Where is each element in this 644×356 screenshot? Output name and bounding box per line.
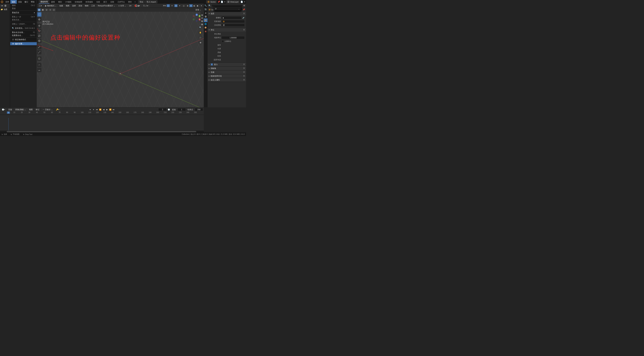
viewlayer-pill[interactable]: 🖼 ViewLayer <box>226 0 240 3</box>
options-icon[interactable]: ⚙ <box>243 4 245 7</box>
tool-measure[interactable] <box>37 50 42 55</box>
display-mode-icon[interactable]: 🖼 <box>4 4 7 7</box>
workspace-tab[interactable]: 几何节点 <box>116 0 126 4</box>
properties-search-input[interactable] <box>212 4 243 7</box>
timeline-tracks[interactable] <box>0 115 204 133</box>
snap-dropdown[interactable]: 🧲 ▦▾ <box>133 4 141 7</box>
menu-edit[interactable]: 编辑 <box>10 0 17 4</box>
tool-add-cube[interactable]: + <box>37 56 42 61</box>
select-mode-4[interactable]: ⧈ <box>48 8 52 11</box>
end-frame-field[interactable]: 250 <box>195 108 203 111</box>
ptab-render[interactable]: 📷 <box>204 7 208 11</box>
menu-window[interactable]: 窗口 <box>23 0 30 4</box>
tool-extra-2[interactable] <box>37 68 42 72</box>
section-gravity-header[interactable]: ▸✓重力⠿ <box>208 63 246 66</box>
shading-wireframe[interactable]: ⊞ <box>186 4 189 7</box>
import-button[interactable]: 导入 Import <box>145 0 158 3</box>
ntab-item[interactable]: 项目 <box>200 12 204 14</box>
menu-lock-object-mode[interactable]: ☑锁定物体模式 <box>10 38 37 41</box>
menu-file[interactable]: 文件 <box>4 0 10 4</box>
workspace-tab[interactable]: 后期 <box>109 0 116 4</box>
options-dropdown[interactable]: 选项 ⌄ <box>194 8 202 11</box>
select-mode-5[interactable]: ◫ <box>52 8 56 11</box>
header-add[interactable]: 添加 <box>78 4 83 7</box>
ptab-texture[interactable]: ▦ <box>204 29 208 33</box>
header-view[interactable]: 视图 <box>65 4 70 7</box>
select-mode-1[interactable]: ▣ <box>38 8 41 11</box>
mode-dropdown[interactable]: ◧ 物体模式 ⌄ <box>44 4 58 7</box>
ntab-view[interactable]: 视图 <box>200 18 204 20</box>
ntab-edit[interactable]: 编辑 <box>200 21 204 23</box>
add-workspace[interactable]: + <box>134 0 136 4</box>
view-menu[interactable]: 视图 <box>28 108 34 111</box>
start-frame-field[interactable]: 1 <box>178 108 186 111</box>
workspace-tab[interactable]: 建模 <box>50 0 56 4</box>
jump-prev-keyframe[interactable]: ⏪ <box>99 108 102 111</box>
tool-select-box[interactable] <box>37 12 42 17</box>
select-mode-2[interactable]: ▦ <box>41 8 44 11</box>
pin-icon[interactable]: 📌 <box>243 8 245 11</box>
blender-logo[interactable] <box>0 0 4 4</box>
scene-pill[interactable]: 🔆 Scene <box>206 0 217 3</box>
orientation-dropdown[interactable]: ⚹ 全局 ⌄ <box>117 4 127 7</box>
visibility-dropdown[interactable]: 👁▾ <box>163 4 166 7</box>
ptab-viewlayer[interactable]: 🖼 <box>204 15 208 18</box>
workspace-tab[interactable]: 绘制贴图 <box>73 0 84 4</box>
keying-dropdown[interactable]: 抠像(插帧) ⌄ <box>14 108 27 111</box>
workspace-tab[interactable]: 雕刻 <box>56 0 64 4</box>
keyframe-type[interactable]: 🔑▾ <box>55 108 60 111</box>
shading-rendered[interactable]: ◉ <box>196 4 199 7</box>
menu-help[interactable]: 帮助 <box>30 0 36 4</box>
clip-field[interactable]: 🎬 <box>222 24 245 27</box>
tool-extra-1[interactable] <box>37 63 42 67</box>
play-reverse[interactable]: ◀ <box>102 108 105 111</box>
marker-menu[interactable]: 标记 <box>35 108 40 111</box>
clock-icon[interactable]: 🕐 <box>167 108 170 111</box>
current-frame-field[interactable]: 2 <box>158 108 167 111</box>
unit-scale-field[interactable]: 1.000000 <box>222 36 245 39</box>
shading-material[interactable]: ◐ <box>192 4 196 7</box>
section-units-header[interactable]: ▾单位⠿ <box>208 28 246 32</box>
perspective-icon[interactable]: ⊞ <box>198 40 202 44</box>
pan-icon[interactable]: ✋ <box>198 30 202 34</box>
gizmo-toggle[interactable]: ⬡ <box>166 4 170 7</box>
workspace-tab[interactable]: 展示 <box>102 0 109 4</box>
header-tools[interactable]: 工具 <box>90 4 96 7</box>
export-button[interactable]: 导出 <box>138 0 145 3</box>
eyedropper-icon[interactable]: 💉 <box>242 17 245 19</box>
close-icon[interactable]: ✕ <box>224 1 226 3</box>
section-scene-header[interactable]: ▾场景⠿ <box>208 12 246 15</box>
playhead-frame[interactable]: 2 <box>7 112 10 114</box>
view3d-area[interactable]: 用户正交 (2) Collection <box>37 12 204 107</box>
retopoflow-dropdown[interactable]: RetopoFlow重拓扑 ⌄ <box>96 4 116 7</box>
separate-units-check[interactable] <box>222 40 224 42</box>
gizmo-dropdown[interactable]: ▾ <box>170 4 174 7</box>
nav-gizmo[interactable]: Z Y X <box>192 13 202 23</box>
section-custom-header[interactable]: ▸自定义属性⠿ <box>208 78 246 82</box>
overlay-toggle[interactable]: ⊕ <box>174 4 178 7</box>
shading-dropdown[interactable]: ▾ <box>200 4 203 7</box>
autokey-toggle[interactable]: ● <box>89 108 92 111</box>
workspace-tab[interactable]: UV编辑 <box>64 0 73 4</box>
jump-start[interactable]: ⏮ <box>96 108 98 111</box>
overlay-dropdown[interactable]: ▾ <box>178 4 182 7</box>
editor-type-dropdown[interactable]: ⬛▾ <box>38 4 43 7</box>
pivot-dropdown[interactable]: ⊙▾ <box>128 4 133 7</box>
ptab-collection[interactable]: 📦 <box>204 26 208 29</box>
zoom-icon[interactable]: 🔍 <box>198 25 202 29</box>
workspace-tab[interactable]: 脚本 <box>126 0 134 4</box>
play[interactable]: ▶ <box>106 108 108 111</box>
autokey-dropdown[interactable]: ▾ <box>92 108 95 111</box>
header-select[interactable]: 选择 <box>71 4 77 7</box>
shading-solid[interactable]: ● <box>189 4 192 7</box>
workspace-tab[interactable]: 基础布局 <box>39 0 50 4</box>
menu-undo[interactable]: 撤销Ctrl Z <box>10 4 37 7</box>
temp-dropdown[interactable]: 开 <box>214 7 241 10</box>
jump-next-keyframe[interactable]: ⏩ <box>109 108 112 111</box>
header-object[interactable]: 物体 <box>84 4 90 7</box>
pin-icon[interactable]: 📌 <box>218 1 220 3</box>
header-create[interactable]: 创建 <box>58 4 64 7</box>
bezier-dropdown[interactable]: 〰 贝塞尔 ⌄ <box>42 108 54 111</box>
ptab-tool[interactable]: 🔧 <box>204 4 208 7</box>
new-icon[interactable]: 📄 <box>221 1 223 3</box>
